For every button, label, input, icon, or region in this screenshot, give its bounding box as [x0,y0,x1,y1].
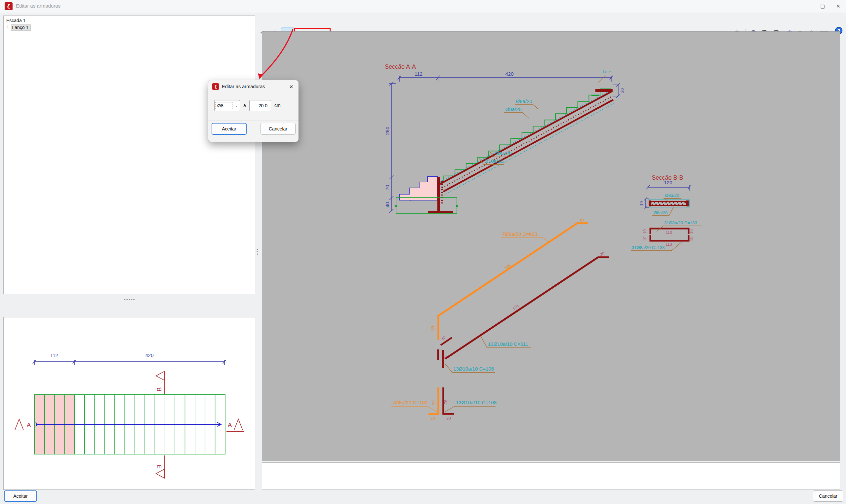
close-button[interactable]: ✕ [830,0,846,13]
window-titlebar: Editar as armaduras – ▢ ✕ [0,0,846,13]
bb-bar-top-label: 31Ø8a/20 C=133 [664,220,697,225]
chevron-down-icon[interactable]: ⌄ [233,101,240,111]
aa-dim-70: 70 [384,185,390,191]
spacing-prefix-label: a [243,103,246,108]
plan-dimensions [33,360,226,365]
structure-tree-panel: Escada 1 └ Lanço 1 [3,16,255,294]
dialog-cancel-button[interactable]: Cancelar [260,123,296,135]
stair-plan-drawing: 112 420 A A B B [4,318,255,489]
landing-steps [399,176,437,200]
svg-text:Ø8a/20: Ø8a/20 [495,150,512,156]
svg-text:76: 76 [443,355,448,360]
bb-dim-19: 19 [639,201,644,206]
plan-marker-b-bottom: B [156,465,163,469]
spacing-input[interactable]: 20.0 [249,100,271,111]
svg-text:113: 113 [666,230,672,235]
slab-reinforcement [439,89,614,195]
svg-text:30: 30 [430,416,435,421]
dialog-accept-button[interactable]: Aceitar [211,123,247,135]
section-aa: Secção A-A 112 420 280 70 40 20 [384,64,625,213]
svg-text:Ø10a/10: Ø10a/10 [484,158,503,164]
dark-red-bar: 30 30 76 551 13Ø10a/10 C=611 13Ø10a/10 C… [438,251,609,373]
dialog-title: Editar as armaduras [222,84,265,89]
orange-bar-label: 7Ø8a/20 C=623 [502,231,537,237]
message-strip [262,462,840,489]
detail-orange-label: 7Ø8a/20 C=100 [393,400,428,405]
minimize-button[interactable]: – [799,0,815,13]
aa-dim-420: 420 [505,71,514,77]
svg-text:10: 10 [643,236,647,241]
bb-label-top: Ø8a/20 [665,193,679,198]
maximize-button[interactable]: ▢ [815,0,830,13]
svg-text:78: 78 [444,400,448,404]
dialog-titlebar: Editar as armaduras ✕ [208,80,298,93]
aa-dim-280: 280 [384,126,390,135]
diameter-value: Ø8 [216,102,232,109]
aa-dim-40: 40 [384,202,390,208]
reinforcement-drawing: Secção A-A 112 420 280 70 40 20 [262,32,840,461]
bb-distribution-bars: 10 10 10 10 113 113 [643,229,694,247]
svg-text:Ø8a/20: Ø8a/20 [505,106,521,112]
plan-marker-a-right: A [228,421,232,428]
diameter-select[interactable]: Ø8 ⌄ [214,100,240,111]
svg-text:68: 68 [431,326,435,330]
bb-label-bottom: Ø8a/20 [654,210,668,215]
svg-text:113: 113 [666,242,672,247]
svg-text:10: 10 [643,229,647,234]
dialog-separator [208,121,298,121]
red-bar-bottom-label: 13Ø10a/10 C=106 [453,366,494,372]
laje-label: Laje [603,69,611,74]
section-bb: Secção B-B 120 19 Ø8a/20 Ø8a/20 10 10 [631,174,702,251]
cancel-button[interactable]: Cancelar [813,490,843,502]
tree-item-escada[interactable]: Escada 1 [6,18,252,23]
aa-dim-20: 20 [620,88,625,93]
app-logo-icon [5,2,13,10]
svg-text:30: 30 [446,416,451,421]
svg-text:70: 70 [432,400,436,405]
section-aa-title: Secção A-A [385,64,416,70]
dialog-app-icon [212,83,219,90]
svg-text:Ø8a/20: Ø8a/20 [516,98,532,104]
svg-text:10: 10 [689,236,694,241]
svg-text:10: 10 [689,229,694,234]
plan-dim-112: 112 [50,353,58,358]
plan-dim-420: 420 [145,353,153,358]
stair-plan-panel[interactable]: 112 420 A A B B [3,317,255,490]
detail-bars: 70 30 7Ø8a/20 C=100 78 30 13Ø10a/10 C=10… [392,388,497,421]
tree-item-lanco[interactable]: Lanço 1 [11,24,31,31]
tree-elbow: └ [6,25,9,30]
accept-button[interactable]: Aceitar [4,490,37,502]
svg-text:30: 30 [440,335,446,342]
main-drawing-canvas[interactable]: Secção A-A 112 420 280 70 40 20 [262,31,840,461]
unit-label: cm [274,103,281,108]
plan-marker-b-top: B [156,388,163,392]
aa-dim-112: 112 [415,71,422,77]
dialog-close-icon[interactable]: ✕ [287,83,295,91]
bb-dim-120: 120 [664,180,672,185]
detail-red-label: 13Ø10a/10 C=108 [456,400,497,405]
vertical-splitter[interactable]: ••• [257,248,259,255]
svg-text:525: 525 [504,263,512,270]
plan-view-toolbar: ×2 [3,298,255,316]
edit-rebar-dialog: Editar as armaduras ✕ Ø8 ⌄ a 20.0 cm Ace… [208,80,298,142]
bb-bar-bottom-label: 31Ø8a/20 C=133 [632,245,664,250]
red-bar-label: 13Ø10a/10 C=611 [488,341,528,347]
svg-text:30: 30 [599,251,605,257]
window-title: Editar as armaduras [16,3,61,8]
bb-slab [648,200,689,207]
plan-marker-a-left: A [27,421,31,428]
